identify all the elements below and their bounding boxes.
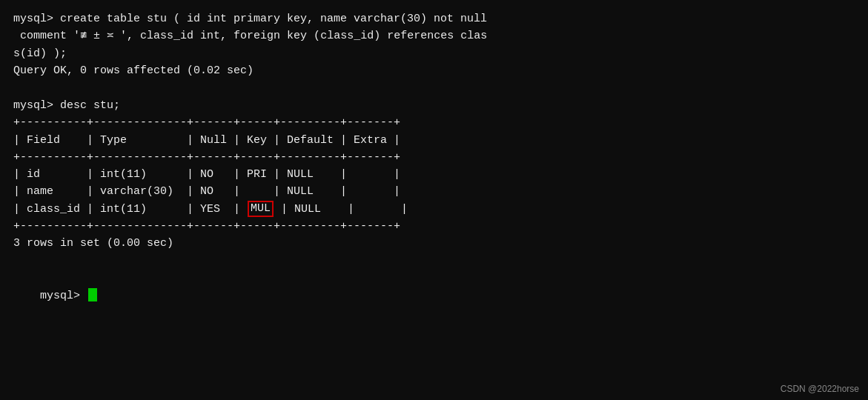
command-line-2: comment '≢ ± ≍ ', class_id int, foreign … [13,27,855,44]
table-separator-top: +----------+--------------+------+-----+… [13,114,855,131]
table-row-classid: | class_id | int(11) | YES | MUL | NULL … [13,201,855,218]
row3-pre: | class_id | int(11) | YES | [13,203,247,216]
table-row-id: | id | int(11) | NO | PRI | NULL | | [13,166,855,183]
command-line-1: mysql> create table stu ( id int primary… [13,10,855,27]
cursor-block [88,288,97,301]
table-separator-mid: +----------+--------------+------+-----+… [13,149,855,166]
watermark: CSDN @2022horse [781,384,859,394]
table-row-name: | name | varchar(30) | NO | | NULL | | [13,183,855,200]
blank-line-2 [13,252,855,270]
mul-badge: MUL [248,201,274,217]
desc-command: mysql> desc stu; [13,97,855,114]
final-prompt-line: mysql> [13,270,855,321]
rows-in-set: 3 rows in set (0.00 sec) [13,235,855,252]
query-ok-line: Query OK, 0 rows affected (0.02 sec) [13,62,855,79]
final-prompt-text: mysql> [40,290,87,302]
terminal-window: mysql> create table stu ( id int primary… [0,0,868,400]
row3-post: | NULL | | [274,203,408,216]
blank-line-1 [13,79,855,97]
table-header: | Field | Type | Null | Key | Default | … [13,132,855,149]
table-separator-bottom: +----------+--------------+------+-----+… [13,218,855,235]
command-line-3: s(id) ); [13,45,855,62]
